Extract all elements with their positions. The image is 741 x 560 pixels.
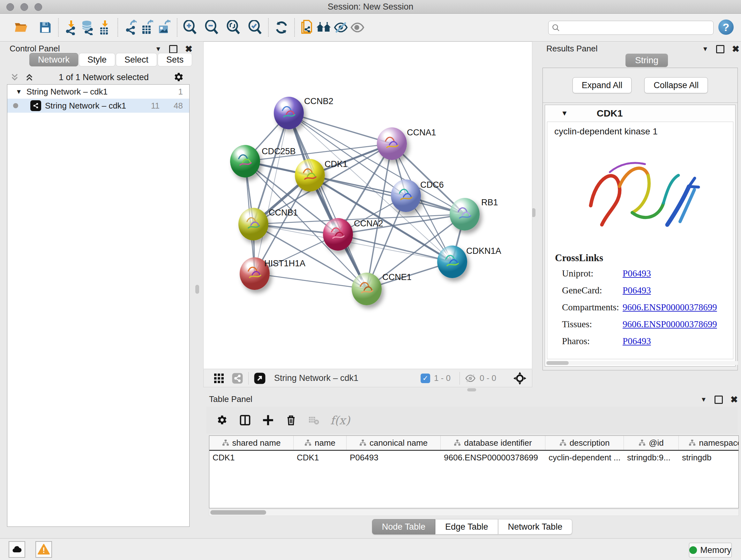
tab-sets[interactable]: Sets bbox=[158, 53, 192, 66]
float-panel-icon[interactable] bbox=[169, 45, 178, 53]
crosslink-link[interactable]: 9606.ENSP00000378699 bbox=[623, 302, 717, 313]
column-header[interactable]: namespace bbox=[679, 436, 739, 450]
column-header[interactable]: canonical name bbox=[347, 436, 441, 450]
table-cell[interactable]: P06493 bbox=[347, 453, 441, 462]
collapse-all-button[interactable]: Collapse All bbox=[644, 77, 708, 93]
minimize-window-button[interactable] bbox=[20, 3, 28, 11]
tab-node-table[interactable]: Node Table bbox=[372, 519, 435, 535]
import-network-button[interactable] bbox=[63, 19, 80, 36]
network-row-selected[interactable]: String Network – cdk1 11 48 bbox=[7, 99, 189, 113]
network-edge[interactable] bbox=[255, 273, 367, 289]
crosslink-link[interactable]: P06493 bbox=[623, 285, 651, 296]
export-table-button[interactable] bbox=[139, 19, 156, 36]
tab-network-table[interactable]: Network Table bbox=[498, 519, 572, 535]
scrollbar-thumb[interactable] bbox=[210, 510, 266, 515]
save-session-button[interactable] bbox=[37, 19, 54, 36]
grid-view-icon[interactable] bbox=[213, 373, 225, 384]
collapse-all-icon[interactable] bbox=[10, 72, 20, 82]
column-header[interactable]: database identifier bbox=[441, 436, 545, 450]
table-cell[interactable]: CDK1 bbox=[293, 453, 347, 462]
scrollbar-thumb[interactable] bbox=[546, 361, 569, 365]
open-in-new-window-icon[interactable] bbox=[254, 372, 266, 384]
column-header[interactable]: shared name bbox=[209, 436, 293, 450]
column-header[interactable]: @id bbox=[624, 436, 679, 450]
panel-menu-icon[interactable]: ▼ bbox=[155, 45, 161, 53]
float-panel-icon[interactable] bbox=[716, 45, 724, 53]
network-node-CDC25B[interactable] bbox=[230, 145, 260, 178]
panel-menu-icon[interactable]: ▼ bbox=[702, 45, 709, 53]
tab-edge-table[interactable]: Edge Table bbox=[435, 519, 498, 535]
expand-all-button[interactable]: Expand All bbox=[572, 77, 632, 93]
close-panel-icon[interactable]: ✖ bbox=[732, 44, 739, 54]
crosslink-link[interactable]: 9606.ENSP00000378699 bbox=[623, 319, 717, 329]
section-collapse-icon[interactable]: ▼ bbox=[561, 109, 568, 118]
left-splitter-handle[interactable] bbox=[195, 285, 199, 294]
gear-icon[interactable] bbox=[216, 414, 228, 426]
tab-string[interactable]: String bbox=[625, 54, 668, 67]
network-node-CCNB2[interactable] bbox=[274, 97, 304, 129]
table-cell[interactable]: CDK1 bbox=[209, 453, 293, 462]
hidden-eye-icon[interactable] bbox=[465, 373, 476, 384]
table-cell[interactable]: cyclin-dependent ... bbox=[545, 453, 624, 462]
zoom-in-button[interactable] bbox=[182, 19, 199, 36]
table-horizontal-scrollbar[interactable] bbox=[209, 509, 739, 516]
warnings-button[interactable] bbox=[36, 541, 52, 558]
select-columns-icon[interactable] bbox=[239, 414, 251, 426]
close-panel-icon[interactable]: ✖ bbox=[731, 394, 738, 405]
zoom-selected-button[interactable] bbox=[247, 19, 264, 36]
delete-column-icon[interactable] bbox=[285, 414, 297, 426]
tab-network[interactable]: Network bbox=[29, 53, 78, 66]
open-session-button[interactable] bbox=[13, 19, 29, 36]
import-network-from-database-button[interactable] bbox=[80, 19, 96, 36]
zoom-fit-button[interactable] bbox=[225, 19, 242, 36]
network-node-CDKN1A[interactable] bbox=[437, 246, 467, 278]
network-node-RB1[interactable] bbox=[450, 198, 480, 231]
network-node-CDC6[interactable] bbox=[391, 179, 421, 212]
close-window-button[interactable] bbox=[6, 3, 14, 11]
table-cell[interactable]: 9606.ENSP00000378699 bbox=[441, 453, 545, 462]
network-canvas[interactable]: CCNB2CCNA1CDC25BCDK1CDC6RB1CCNB1CCNA2CDK… bbox=[203, 42, 532, 369]
network-node-CCNE1[interactable] bbox=[352, 273, 382, 305]
network-node-CCNA1[interactable] bbox=[377, 127, 407, 160]
column-header[interactable]: description bbox=[545, 436, 624, 450]
network-collection-row[interactable]: ▼ String Network – cdk1 1 bbox=[7, 84, 189, 99]
add-column-icon[interactable] bbox=[262, 414, 274, 426]
maximize-window-button[interactable] bbox=[35, 3, 42, 11]
network-edge[interactable] bbox=[255, 113, 289, 273]
window-controls[interactable] bbox=[6, 3, 42, 11]
hide-selected-button[interactable] bbox=[333, 19, 349, 36]
memory-button[interactable]: Memory bbox=[689, 543, 732, 557]
column-header[interactable]: name bbox=[293, 436, 347, 450]
crosslink-link[interactable]: P06493 bbox=[623, 336, 651, 347]
table-row[interactable]: CDK1CDK1P064939606.ENSP00000378699cyclin… bbox=[209, 451, 738, 464]
bottom-splitter-handle[interactable] bbox=[467, 388, 476, 391]
float-panel-icon[interactable] bbox=[715, 395, 723, 404]
network-edge[interactable] bbox=[338, 234, 452, 262]
panel-menu-icon[interactable]: ▼ bbox=[700, 396, 707, 403]
gear-icon[interactable] bbox=[173, 71, 185, 83]
table-cell[interactable]: stringdb:9... bbox=[624, 453, 679, 462]
expand-all-icon[interactable] bbox=[24, 72, 35, 82]
collapse-triangle-icon[interactable]: ▼ bbox=[16, 88, 22, 96]
help-button[interactable]: ? bbox=[718, 19, 734, 35]
show-eye-button[interactable] bbox=[349, 19, 366, 36]
export-network-button[interactable] bbox=[123, 19, 139, 36]
network-edge[interactable] bbox=[289, 113, 392, 144]
search-input[interactable] bbox=[562, 23, 710, 33]
search-box[interactable] bbox=[548, 21, 714, 35]
refresh-button[interactable] bbox=[273, 19, 290, 36]
network-node-CCNA2[interactable] bbox=[323, 218, 353, 251]
zoom-out-button[interactable] bbox=[204, 19, 220, 36]
node-result-header[interactable]: ▼ CDK1 bbox=[545, 105, 735, 122]
network-node-CDK1[interactable] bbox=[295, 159, 325, 192]
selected-checkbox-icon[interactable]: ✓ bbox=[421, 374, 430, 383]
annotation-button[interactable] bbox=[299, 19, 316, 36]
network-node-CCNB1[interactable] bbox=[239, 208, 268, 240]
fit-crosshair-icon[interactable] bbox=[513, 371, 527, 385]
tab-select[interactable]: Select bbox=[116, 53, 157, 66]
export-image-button[interactable] bbox=[156, 19, 172, 36]
results-horizontal-scrollbar[interactable] bbox=[546, 361, 738, 365]
crosslink-link[interactable]: P06493 bbox=[623, 268, 651, 279]
import-table-button[interactable] bbox=[96, 19, 113, 36]
homes-button[interactable] bbox=[316, 19, 333, 36]
